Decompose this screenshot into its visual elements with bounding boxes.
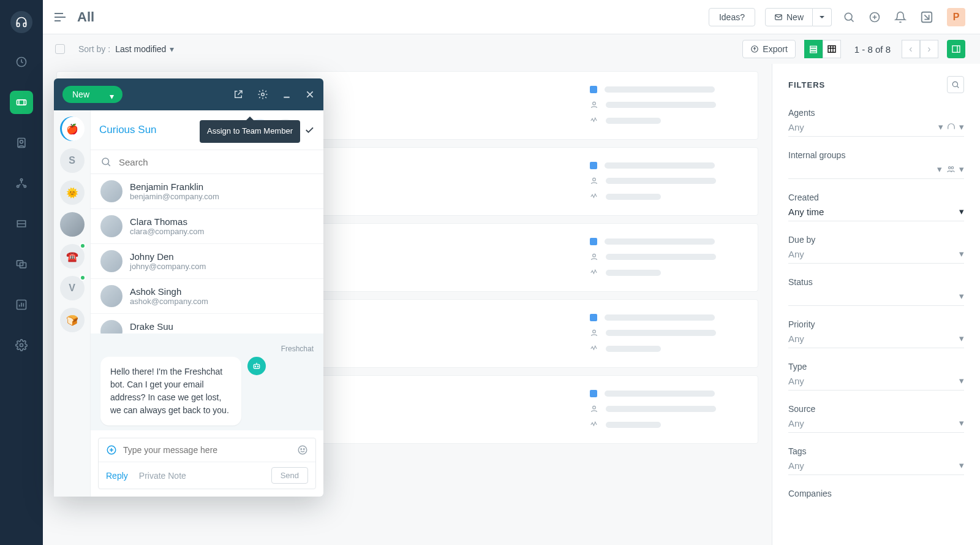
freshworks-icon[interactable]: [920, 10, 933, 24]
svg-point-39: [301, 449, 302, 450]
conversation-avatar[interactable]: S: [60, 148, 85, 173]
nav-dashboard-icon[interactable]: [10, 50, 33, 74]
sort-dropdown[interactable]: Last modified▾: [115, 44, 174, 54]
message-input[interactable]: [123, 445, 297, 455]
filters-panel: FILTERS AgentsAny▾ ▾ Internal groups▾ ▾ …: [772, 64, 980, 545]
svg-point-4: [20, 179, 22, 181]
select-all-checkbox[interactable]: [55, 44, 65, 54]
team-member-item[interactable]: Johny Denjohny@company.com: [91, 244, 323, 279]
nav-tickets-icon[interactable]: [10, 91, 33, 114]
filters-search-button[interactable]: [947, 76, 964, 93]
hamburger-icon[interactable]: [54, 12, 66, 22]
filter-due-by[interactable]: Any▾: [788, 248, 964, 264]
popout-icon[interactable]: [233, 89, 244, 100]
message-composer: Reply Private Note Send: [98, 438, 316, 489]
svg-rect-19: [828, 46, 835, 53]
export-button[interactable]: Export: [742, 40, 795, 58]
svg-point-35: [255, 366, 255, 367]
member-name: Benjamin Franklin: [130, 181, 219, 192]
svg-point-26: [952, 82, 957, 86]
filter-label: Agents: [788, 108, 964, 118]
emoji-icon[interactable]: [297, 444, 308, 455]
close-icon[interactable]: [305, 90, 315, 99]
svg-point-29: [262, 93, 265, 96]
filter-label: Priority: [788, 319, 964, 329]
minimize-icon[interactable]: [282, 90, 292, 99]
user-avatar[interactable]: P: [947, 8, 965, 26]
status-chip[interactable]: New▾: [62, 86, 123, 103]
filter-source[interactable]: Any▾: [788, 417, 964, 433]
private-note-tab[interactable]: Private Note: [139, 471, 186, 481]
svg-point-3: [20, 140, 23, 143]
conversation-avatar[interactable]: V: [60, 276, 85, 300]
svg-point-25: [593, 406, 596, 409]
member-name: Johny Den: [130, 251, 206, 262]
conversation-avatar[interactable]: 🍞: [60, 308, 85, 332]
search-icon[interactable]: [843, 11, 855, 23]
assign-tooltip: Assign to Team Member: [200, 120, 300, 143]
new-dropdown-caret[interactable]: [813, 8, 832, 26]
nav-social-icon[interactable]: [10, 172, 33, 195]
svg-point-10: [20, 344, 23, 347]
member-email: benjamin@company.com: [130, 192, 219, 201]
nav-contacts-icon[interactable]: [10, 131, 33, 154]
attach-icon[interactable]: [106, 444, 117, 455]
conversation-avatar[interactable]: [60, 212, 85, 237]
table-view-button[interactable]: [823, 40, 841, 58]
svg-rect-17: [810, 48, 816, 50]
conversation-avatar[interactable]: 🌞: [60, 180, 85, 205]
filter-label: Type: [788, 362, 964, 372]
new-button[interactable]: New: [765, 8, 813, 26]
filter-label: Companies: [788, 489, 964, 498]
page-title: All: [77, 9, 94, 25]
member-avatar: [100, 320, 123, 333]
team-member-item[interactable]: Drake Suuashok@company.com: [91, 314, 323, 333]
svg-point-40: [304, 449, 305, 450]
filter-status[interactable]: ▾: [788, 291, 964, 306]
filter-agents[interactable]: Any▾ ▾: [788, 121, 964, 137]
send-button[interactable]: Send: [271, 467, 308, 484]
nav-reports-icon[interactable]: [10, 293, 33, 316]
card-view-button[interactable]: [804, 40, 823, 58]
search-icon: [100, 156, 111, 167]
resolve-icon[interactable]: [304, 124, 315, 135]
filter-label: Status: [788, 277, 964, 287]
filter-label: Source: [788, 404, 964, 414]
settings-icon[interactable]: [257, 89, 268, 100]
toggle-filters-button[interactable]: [947, 40, 965, 58]
member-avatar: [100, 215, 123, 237]
team-member-item[interactable]: Benjamin Franklinbenjamin@company.com: [91, 174, 323, 209]
team-member-item[interactable]: Ashok Singhashok@company.com: [91, 279, 323, 314]
member-name: Drake Suu: [130, 321, 208, 332]
filters-heading: FILTERS: [788, 80, 825, 90]
conversation-avatar[interactable]: ☎️: [60, 244, 85, 269]
filter-label: Internal groups: [788, 150, 964, 160]
conversation-list: 🍎S🌞☎️V🍞: [54, 110, 91, 497]
member-email: ashok@company.com: [130, 297, 208, 306]
filter-tags[interactable]: Any▾: [788, 460, 964, 475]
filter-priority[interactable]: Any▾: [788, 333, 964, 348]
chat-source-label: Freshchat: [100, 345, 314, 353]
reply-tab[interactable]: Reply: [106, 471, 128, 481]
ideas-button[interactable]: Ideas?: [709, 8, 755, 26]
svg-rect-16: [810, 46, 816, 48]
next-page-button[interactable]: ›: [920, 40, 938, 58]
member-name: Ashok Singh: [130, 286, 208, 297]
nav-admin-icon[interactable]: [10, 333, 33, 357]
conversation-avatar[interactable]: 🍎: [60, 116, 85, 141]
notifications-icon[interactable]: [894, 11, 907, 23]
team-member-item[interactable]: Clara Thomasclara@company.com: [91, 209, 323, 244]
member-avatar: [100, 180, 123, 202]
nav-solutions-icon[interactable]: [10, 212, 33, 235]
vertical-nav: [0, 0, 43, 545]
filter-created[interactable]: Any time▾: [788, 206, 964, 221]
filter-label: Tags: [788, 446, 964, 456]
chat-icon[interactable]: [869, 11, 881, 23]
sort-label: Sort by :: [78, 44, 110, 54]
filter-type[interactable]: Any▾: [788, 375, 964, 391]
bot-avatar-icon: [247, 357, 266, 375]
filter-internal-groups[interactable]: ▾ ▾: [788, 164, 964, 179]
member-search-input[interactable]: [119, 157, 314, 167]
prev-page-button[interactable]: ‹: [902, 40, 920, 58]
nav-forums-icon[interactable]: [10, 253, 33, 276]
